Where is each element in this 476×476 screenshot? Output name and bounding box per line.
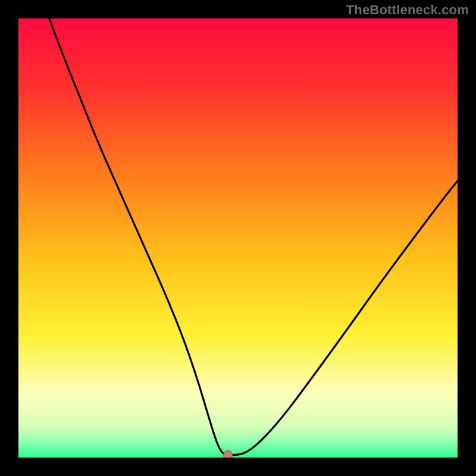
watermark-text: TheBottleneck.com bbox=[346, 2, 469, 18]
gradient-background bbox=[18, 18, 458, 458]
chart-frame: TheBottleneck.com bbox=[0, 0, 476, 476]
bottleneck-chart bbox=[18, 18, 458, 458]
plot-area bbox=[18, 18, 458, 458]
minimum-marker-icon bbox=[224, 450, 233, 458]
